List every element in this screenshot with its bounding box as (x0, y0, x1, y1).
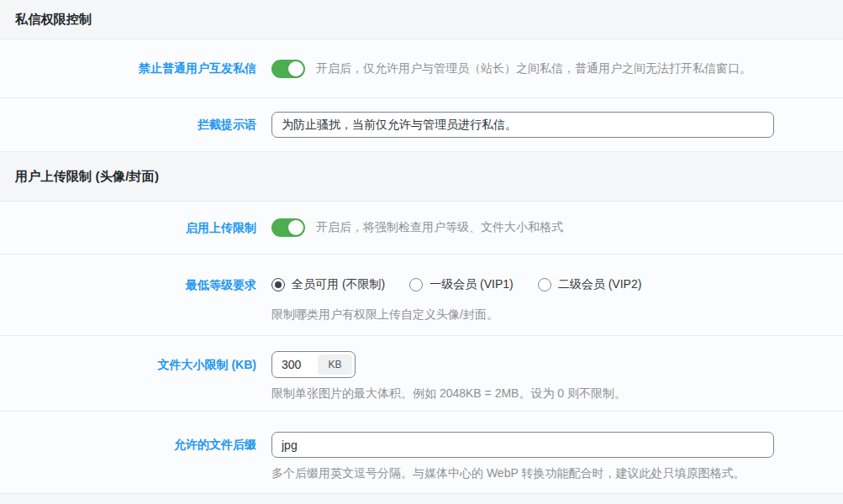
control-col (271, 112, 774, 138)
toggle-knob-icon (288, 61, 303, 76)
radio-button-icon (538, 278, 551, 291)
label-col: 启用上传限制 (0, 220, 256, 236)
control-col: 全员可用 (不限制) 一级会员 (VIP1) 二级会员 (VIP2) 限制哪类用… (271, 276, 774, 335)
radio-button-icon (271, 278, 285, 291)
level-radio-all-label: 全员可用 (不限制) (292, 277, 385, 292)
block-message-label: 拦截提示语 (198, 118, 256, 131)
block-message-input[interactable] (271, 112, 774, 138)
upload-enable-label: 启用上传限制 (186, 221, 256, 234)
min-level-radio-group: 全员可用 (不限制) 一级会员 (VIP1) 二级会员 (VIP2) (271, 276, 774, 293)
min-level-label: 最低等级要求 (186, 276, 256, 293)
file-ext-label: 允许的文件后缀 (174, 432, 256, 457)
section-header-upload-limit: 用户上传限制 (头像/封面) (0, 152, 843, 202)
level-radio-vip1[interactable]: 一级会员 (VIP1) (409, 277, 514, 292)
upload-enable-toggle[interactable] (271, 218, 305, 237)
level-radio-vip2-label: 二级会员 (VIP2) (558, 277, 642, 292)
label-col: 最低等级要求 (0, 276, 256, 335)
level-radio-all[interactable]: 全员可用 (不限制) (271, 277, 385, 292)
label-col: 禁止普通用户互发私信 (0, 60, 256, 76)
label-col: 文件大小限制 (KB) (0, 351, 256, 411)
min-level-description: 限制哪类用户有权限上传自定义头像/封面。 (271, 307, 774, 323)
pm-restrict-description: 开启后，仅允许用户与管理员（站长）之间私信，普通用户之间无法打开私信窗口。 (316, 61, 751, 76)
file-size-input-group: KB (271, 351, 356, 378)
setting-row-pm-restrict: 禁止普通用户互发私信 开启后，仅允许用户与管理员（站长）之间私信，普通用户之间无… (0, 39, 843, 98)
file-ext-description: 多个后缀用英文逗号分隔。与媒体中心的 WebP 转换功能配合时，建议此处只填原图… (271, 466, 774, 481)
section-title-upload-limit: 用户上传限制 (头像/封面) (15, 169, 159, 185)
setting-row-file-size: 文件大小限制 (KB) KB 限制单张图片的最大体积。例如 2048KB = 2… (0, 336, 843, 412)
radio-button-icon (409, 278, 423, 291)
settings-page: 私信权限控制 禁止普通用户互发私信 开启后，仅允许用户与管理员（站长）之间私信，… (0, 0, 843, 504)
upload-enable-description: 开启后，将强制检查用户等级、文件大小和格式 (316, 220, 563, 235)
control-col: 多个后缀用英文逗号分隔。与媒体中心的 WebP 转换功能配合时，建议此处只填原图… (271, 432, 774, 493)
setting-row-block-message: 拦截提示语 (0, 98, 843, 152)
file-size-label: 文件大小限制 (KB) (158, 351, 256, 378)
label-col: 允许的文件后缀 (0, 432, 256, 493)
file-size-input[interactable] (272, 358, 316, 371)
setting-row-file-ext: 允许的文件后缀 多个后缀用英文逗号分隔。与媒体中心的 WebP 转换功能配合时，… (0, 412, 843, 494)
control-col: 开启后，仅允许用户与管理员（站长）之间私信，普通用户之间无法打开私信窗口。 (271, 60, 774, 78)
section-title-private-message: 私信权限控制 (15, 12, 92, 28)
label-col: 拦截提示语 (0, 117, 256, 133)
file-size-description: 限制单张图片的最大体积。例如 2048KB = 2MB。设为 0 则不限制。 (271, 386, 774, 402)
pm-restrict-toggle[interactable] (271, 60, 305, 78)
level-radio-vip1-label: 一级会员 (VIP1) (429, 277, 514, 292)
section-header-private-message: 私信权限控制 (0, 0, 843, 39)
toggle-knob-icon (288, 220, 303, 235)
pm-restrict-label: 禁止普通用户互发私信 (139, 61, 256, 75)
unit-addon-kb: KB (318, 354, 352, 375)
setting-row-min-level: 最低等级要求 全员可用 (不限制) 一级会员 (VIP1) 二级会员 (VIP2… (0, 255, 843, 336)
file-ext-input[interactable] (271, 432, 774, 458)
control-col: KB 限制单张图片的最大体积。例如 2048KB = 2MB。设为 0 则不限制… (271, 351, 774, 411)
level-radio-vip2[interactable]: 二级会员 (VIP2) (538, 277, 642, 292)
control-col: 开启后，将强制检查用户等级、文件大小和格式 (271, 218, 774, 237)
setting-row-upload-enable: 启用上传限制 开启后，将强制检查用户等级、文件大小和格式 (0, 202, 843, 255)
section-header-partial (0, 494, 843, 504)
